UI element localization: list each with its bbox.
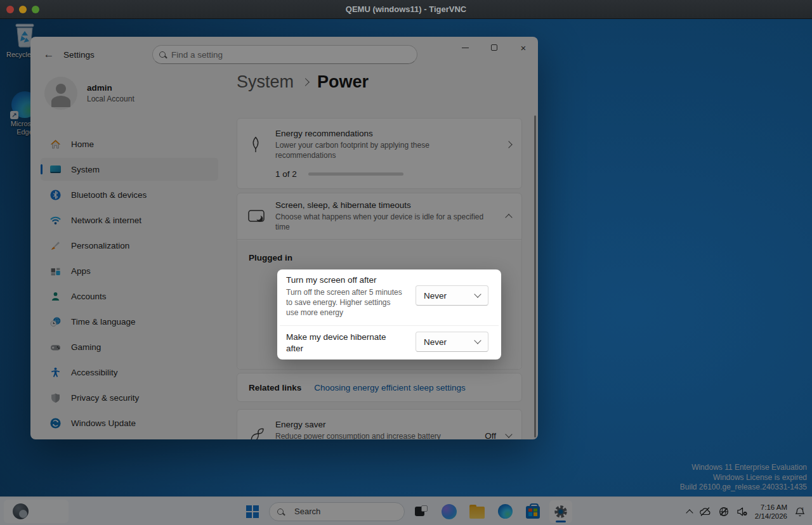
setting-description: Turn off the screen after 5 minutes to s…: [286, 287, 404, 318]
dropdown-value: Never: [424, 291, 447, 301]
timeout-settings-spotlight-card: Turn my screen off after Turn off the sc…: [277, 269, 501, 360]
vnc-window-title: QEMU (windows11) - TigerVNC: [346, 4, 466, 14]
close-traffic-button[interactable]: [6, 6, 14, 13]
setting-title: Make my device hibernate after: [286, 332, 394, 354]
chevron-down-icon: [474, 290, 481, 297]
zoom-traffic-button[interactable]: [32, 6, 39, 13]
divider: [280, 325, 499, 326]
screen: QEMU (windows11) - TigerVNC Recycle Bin: [0, 0, 812, 525]
chevron-down-icon: [474, 337, 481, 344]
desktop: Recycle Bin ↗ Microsoft Edge Windows 11 …: [0, 19, 812, 525]
dropdown-value: Never: [424, 337, 447, 347]
hibernate-dropdown[interactable]: Never: [416, 332, 488, 352]
window-traffic-lights: [6, 0, 39, 19]
minimize-traffic-button[interactable]: [19, 6, 27, 13]
setting-title: Turn my screen off after: [286, 275, 377, 285]
vnc-titlebar: QEMU (windows11) - TigerVNC: [0, 0, 812, 19]
screen-off-dropdown[interactable]: Never: [416, 285, 488, 306]
